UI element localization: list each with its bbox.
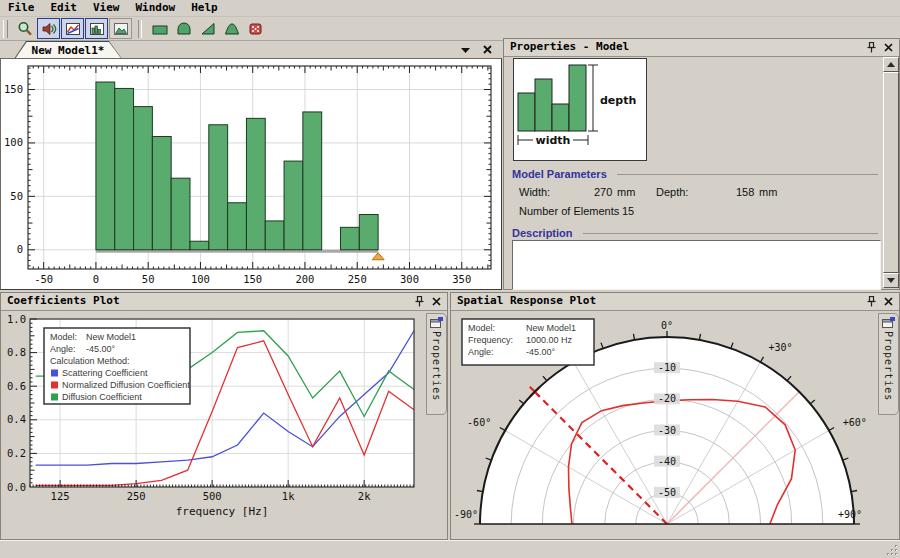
elements-value[interactable]: 15 — [622, 205, 634, 217]
svg-text:300: 300 — [400, 273, 419, 285]
menu-file[interactable]: File — [0, 0, 43, 16]
width-value[interactable]: 270 — [594, 186, 612, 198]
properties-window-icon — [882, 317, 895, 328]
view-profile-button[interactable] — [85, 18, 108, 39]
svg-text:0.8: 0.8 — [7, 346, 26, 358]
properties-scrollbar[interactable] — [883, 57, 899, 288]
svg-text:0.2: 0.2 — [7, 447, 26, 459]
svg-text:-50: -50 — [34, 273, 53, 285]
coefficients-panel-titlebar: Coefficients Plot — [1, 293, 447, 311]
toolbar-grip[interactable] — [3, 20, 8, 38]
depth-value[interactable]: 158 — [736, 186, 754, 198]
model-preview-diagram: depthwidth — [514, 59, 644, 158]
svg-text:1000.00 Hz: 1000.00 Hz — [526, 335, 573, 345]
properties-panel-title: Properties - Model — [510, 40, 629, 53]
shape-arch-icon — [175, 21, 193, 37]
close-icon — [884, 297, 893, 306]
svg-text:Model:: Model: — [468, 323, 495, 333]
tab-new-model1[interactable]: New Model1* — [14, 41, 122, 59]
model-profile-chart[interactable]: -50050100150200250300350050100150 — [0, 58, 502, 290]
view-coefficients-button[interactable] — [61, 18, 84, 39]
spatial-panel-titlebar: Spatial Response Plot — [451, 293, 899, 311]
shape-rectangle-button[interactable] — [148, 18, 171, 39]
svg-text:350: 350 — [452, 273, 471, 285]
svg-text:New Model1: New Model1 — [526, 323, 576, 333]
model-profile-view-icon — [89, 21, 105, 37]
close-icon — [884, 43, 893, 52]
coefficients-properties-sidetab[interactable]: Properties — [426, 313, 447, 415]
model-parameters-header: Model Parameters — [512, 168, 878, 180]
svg-text:+30°: +30° — [769, 342, 793, 353]
svg-text:50: 50 — [142, 273, 155, 285]
spatial-close-button[interactable] — [882, 295, 895, 308]
shape-bell-button[interactable] — [220, 18, 243, 39]
svg-text:Model:: Model: — [50, 332, 77, 342]
description-header: Description — [512, 227, 878, 239]
scrollbar-thumb[interactable] — [883, 72, 899, 273]
menu-window[interactable]: Window — [128, 0, 184, 16]
pin-icon — [867, 42, 876, 53]
coefficients-close-button[interactable] — [430, 295, 443, 308]
svg-text:0.0: 0.0 — [7, 481, 26, 493]
spatial-response-chart[interactable]: -10-20-30-40-50-90°-60°-30°0°+30°+60°+90… — [452, 311, 876, 539]
menu-edit[interactable]: Edit — [43, 0, 86, 16]
svg-text:150: 150 — [4, 83, 23, 95]
shape-bell-icon — [223, 21, 241, 37]
svg-text:0°: 0° — [661, 320, 673, 331]
svg-text:2k: 2k — [358, 490, 371, 502]
view-image-button[interactable] — [109, 18, 132, 39]
width-unit: mm — [617, 186, 635, 198]
zoom-button[interactable] — [13, 18, 36, 39]
spatial-view-icon — [41, 21, 57, 37]
shape-arch-button[interactable] — [172, 18, 195, 39]
svg-text:100: 100 — [4, 136, 23, 148]
properties-panel-titlebar: Properties - Model — [504, 39, 899, 57]
scroll-down-button[interactable] — [883, 273, 899, 288]
view-spatial-button[interactable] — [37, 18, 60, 39]
sidetab-label: Properties — [883, 331, 894, 401]
depth-label: Depth: — [656, 186, 688, 198]
zoom-icon — [17, 21, 33, 37]
menu-help[interactable]: Help — [183, 0, 226, 16]
document-menu-button[interactable] — [458, 43, 472, 56]
properties-close-button[interactable] — [882, 41, 895, 54]
svg-text:0.6: 0.6 — [7, 380, 26, 392]
close-icon — [432, 297, 441, 306]
divider — [617, 174, 878, 175]
svg-text:Angle:: Angle: — [50, 344, 76, 354]
coefficients-panel-title: Coefficients Plot — [7, 294, 120, 307]
svg-text:-60°: -60° — [467, 417, 491, 428]
description-field[interactable] — [512, 240, 881, 290]
shape-triangle-button[interactable] — [196, 18, 219, 39]
menu-view[interactable]: View — [85, 0, 128, 16]
shape-rectangle-icon — [151, 21, 169, 37]
resize-grip[interactable] — [886, 544, 899, 557]
svg-text:125: 125 — [51, 490, 70, 502]
coefficients-view-icon — [65, 21, 81, 37]
coefficients-pin-button[interactable] — [413, 295, 426, 308]
application-window: FileEditViewWindowHelp — [0, 0, 900, 558]
svg-text:50: 50 — [10, 190, 23, 202]
svg-text:width: width — [536, 134, 571, 147]
divider — [583, 233, 878, 234]
document-close-button[interactable] — [480, 43, 494, 56]
svg-text:New Model1: New Model1 — [86, 332, 136, 342]
spatial-pin-button[interactable] — [865, 295, 878, 308]
svg-text:-20: -20 — [658, 393, 676, 404]
svg-text:150: 150 — [243, 273, 262, 285]
svg-text:Normalized Diffusion Coefficie: Normalized Diffusion Coefficient — [62, 380, 190, 390]
spatial-panel-title: Spatial Response Plot — [457, 294, 596, 307]
svg-text:Scattering Coefficient: Scattering Coefficient — [62, 368, 148, 378]
svg-text:-10: -10 — [658, 362, 676, 373]
menu-bar: FileEditViewWindowHelp — [0, 0, 900, 17]
coefficients-chart[interactable]: 0.00.20.40.60.81.01252505001k2kfrequency… — [2, 311, 426, 537]
random-generator-button[interactable] — [244, 18, 267, 39]
scroll-up-button[interactable] — [883, 57, 899, 72]
close-icon — [483, 45, 492, 54]
elements-label: Number of Elements — [519, 205, 619, 217]
svg-text:0.4: 0.4 — [7, 413, 26, 425]
model-preview: depthwidth — [513, 58, 647, 161]
properties-pin-button[interactable] — [865, 41, 878, 54]
svg-text:250: 250 — [348, 273, 367, 285]
spatial-properties-sidetab[interactable]: Properties — [878, 313, 899, 415]
